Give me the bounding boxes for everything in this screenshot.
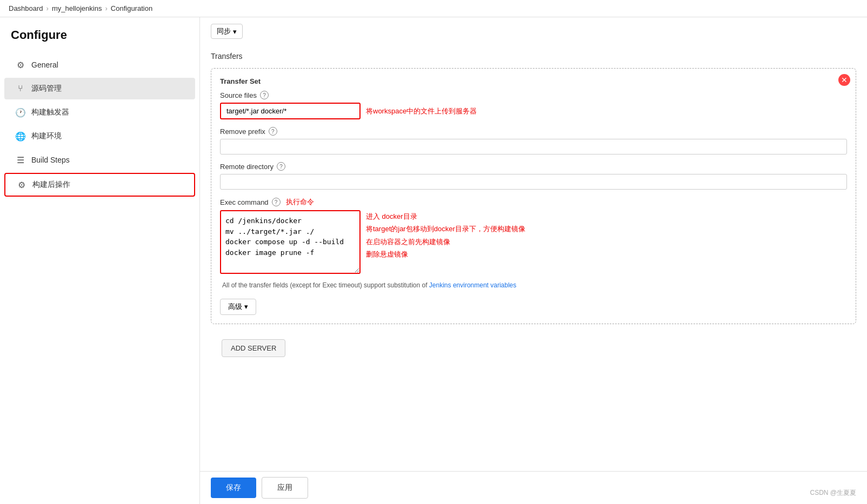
exec-command-textarea[interactable]: cd /jenkins/docker mv ../target/*.jar ./… bbox=[220, 210, 361, 274]
globe-icon: 🌐 bbox=[15, 131, 26, 142]
source-files-label: Source files ? bbox=[220, 91, 847, 99]
save-button[interactable]: 保存 bbox=[211, 478, 256, 498]
source-files-annotation: 将workspace中的文件上传到服务器 bbox=[366, 106, 477, 116]
info-text: All of the transfer fields (except for E… bbox=[220, 281, 847, 289]
info-text-prefix: All of the transfer fields (except for E… bbox=[222, 281, 429, 289]
sync-section: 同步 ▾ bbox=[200, 17, 867, 45]
exec-command-annotation: 执行命令 bbox=[286, 197, 314, 207]
remote-directory-row bbox=[220, 174, 847, 190]
sidebar: Configure ⚙ General ⑂ 源码管理 🕐 构建触发器 🌐 构建环… bbox=[0, 17, 200, 504]
remove-prefix-row bbox=[220, 139, 847, 154]
sidebar-item-post-build-label: 构建后操作 bbox=[32, 180, 70, 190]
exec-command-label: Exec command ? bbox=[220, 198, 281, 206]
sidebar-item-build-env-label: 构建环境 bbox=[31, 131, 62, 141]
sidebar-item-source-mgmt[interactable]: ⑂ 源码管理 bbox=[4, 78, 195, 99]
breadcrumb: Dashboard › my_hellojenkins › Configurat… bbox=[0, 0, 867, 17]
source-files-row: 将workspace中的文件上传到服务器 bbox=[220, 103, 847, 119]
gear-icon: ⚙ bbox=[15, 59, 26, 70]
exec-command-label-row: Exec command ? 执行命令 bbox=[220, 197, 847, 207]
list-icon: ☰ bbox=[15, 154, 26, 165]
source-files-help-icon[interactable]: ? bbox=[260, 91, 269, 99]
watermark: CSDN @生夏夏 bbox=[810, 488, 856, 498]
jenkins-env-vars-link[interactable]: Jenkins environment variables bbox=[429, 281, 516, 289]
advanced-button[interactable]: 高级 ▾ bbox=[220, 299, 256, 315]
remote-directory-input[interactable] bbox=[220, 174, 847, 190]
sync-label: 同步 bbox=[217, 26, 231, 36]
transfers-label: Transfers bbox=[200, 45, 867, 64]
transfer-set-box: ✕ Transfer Set Source files ? 将workspace… bbox=[211, 68, 856, 324]
sidebar-item-build-env[interactable]: 🌐 构建环境 bbox=[4, 125, 195, 147]
exec-line-2: 将target的jar包移动到docker目录下，方便构建镜像 bbox=[366, 223, 525, 235]
exec-command-annotations: 进入 docker目录 将target的jar包移动到docker目录下，方便构… bbox=[366, 210, 525, 261]
exec-command-help-icon[interactable]: ? bbox=[272, 198, 281, 206]
exec-line-1: 进入 docker目录 bbox=[366, 210, 525, 223]
exec-line-3: 在启动容器之前先构建镜像 bbox=[366, 236, 525, 248]
apply-button[interactable]: 应用 bbox=[262, 477, 308, 499]
sidebar-item-build-trigger-label: 构建触发器 bbox=[31, 107, 69, 117]
breadcrumb-sep1: › bbox=[46, 4, 49, 12]
sidebar-item-build-steps-label: Build Steps bbox=[31, 156, 70, 164]
transfer-set-title: Transfer Set bbox=[220, 77, 847, 85]
sidebar-item-general[interactable]: ⚙ General bbox=[4, 54, 195, 76]
sidebar-item-source-mgmt-label: 源码管理 bbox=[31, 84, 62, 93]
advanced-chevron-icon: ▾ bbox=[244, 303, 248, 311]
remove-prefix-input[interactable] bbox=[220, 139, 847, 154]
remote-directory-label: Remote directory ? bbox=[220, 162, 847, 171]
breadcrumb-current: Configuration bbox=[111, 4, 152, 12]
advanced-label: 高级 bbox=[228, 302, 242, 312]
footer: 保存 应用 bbox=[200, 471, 867, 504]
sidebar-item-general-label: General bbox=[31, 61, 58, 69]
exec-line-4: 删除悬虚镜像 bbox=[366, 248, 525, 260]
breadcrumb-project[interactable]: my_hellojenkins bbox=[52, 4, 102, 12]
add-server-section: ADD SERVER bbox=[200, 328, 867, 368]
sidebar-title: Configure bbox=[0, 28, 199, 53]
sidebar-item-post-build[interactable]: ⚙ 构建后操作 bbox=[4, 173, 195, 197]
remote-directory-help-icon[interactable]: ? bbox=[277, 162, 285, 171]
clock-icon: 🕐 bbox=[15, 107, 26, 118]
remove-prefix-label: Remove prefix ? bbox=[220, 127, 847, 136]
remove-prefix-help-icon[interactable]: ? bbox=[269, 127, 277, 136]
sidebar-item-build-steps[interactable]: ☰ Build Steps bbox=[4, 149, 195, 171]
breadcrumb-sep2: › bbox=[105, 4, 107, 12]
chevron-down-icon: ▾ bbox=[233, 28, 237, 36]
breadcrumb-dashboard[interactable]: Dashboard bbox=[9, 4, 43, 12]
close-transfer-set-button[interactable]: ✕ bbox=[838, 74, 850, 86]
source-files-input[interactable] bbox=[220, 103, 361, 119]
add-server-button[interactable]: ADD SERVER bbox=[222, 339, 285, 357]
main-content: 同步 ▾ Transfers ✕ Transfer Set Source fil… bbox=[200, 17, 867, 504]
sidebar-item-build-trigger[interactable]: 🕐 构建触发器 bbox=[4, 102, 195, 123]
sync-dropdown[interactable]: 同步 ▾ bbox=[211, 24, 243, 39]
exec-command-wrapper: cd /jenkins/docker mv ../target/*.jar ./… bbox=[220, 210, 847, 274]
post-build-icon: ⚙ bbox=[16, 179, 27, 190]
branch-icon: ⑂ bbox=[15, 83, 26, 94]
